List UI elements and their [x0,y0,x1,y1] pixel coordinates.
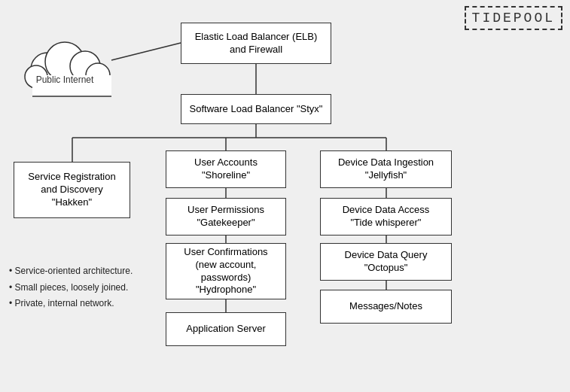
bullet-1: Service-oriented architecture. [9,263,133,280]
svg-rect-5 [32,75,111,96]
octopus-box: Device Data Query "Octopus" [320,243,452,281]
hakken-box: Service Registration and Discovery "Hakk… [14,162,130,218]
tidewhisperer-box: Device Data Access "Tide whisperer" [320,198,452,236]
bullet-2: Small pieces, loosely joined. [9,280,133,296]
elb-box: Elastic Load Balancer (ELB) and Firewall [181,23,331,64]
svg-point-4 [25,65,47,88]
gatekeeper-box: User Permissions "Gatekeeper" [166,198,286,236]
svg-point-3 [86,63,110,87]
appserver-box: Application Server [166,312,286,346]
tidepool-logo: TIDEPOOL [465,6,562,30]
svg-text:Public Internet: Public Internet [36,74,94,85]
shoreline-box: User Accounts "Shoreline" [166,150,286,188]
styx-box: Software Load Balancer "Styx" [181,94,331,124]
messages-box: Messages/Notes [320,290,452,324]
svg-point-0 [31,53,64,86]
svg-point-1 [45,42,84,81]
svg-line-8 [111,43,181,60]
bullet-list: Service-oriented architecture. Small pie… [9,263,133,312]
svg-point-2 [70,51,100,81]
bullet-3: Private, internal network. [9,296,133,312]
jellyfish-box: Device Data Ingestion "Jellyfish" [320,150,452,188]
diagram: TIDEPOOL Public Internet [0,0,570,392]
hydrophone-box: User Confirmations (new account, passwor… [166,243,286,299]
